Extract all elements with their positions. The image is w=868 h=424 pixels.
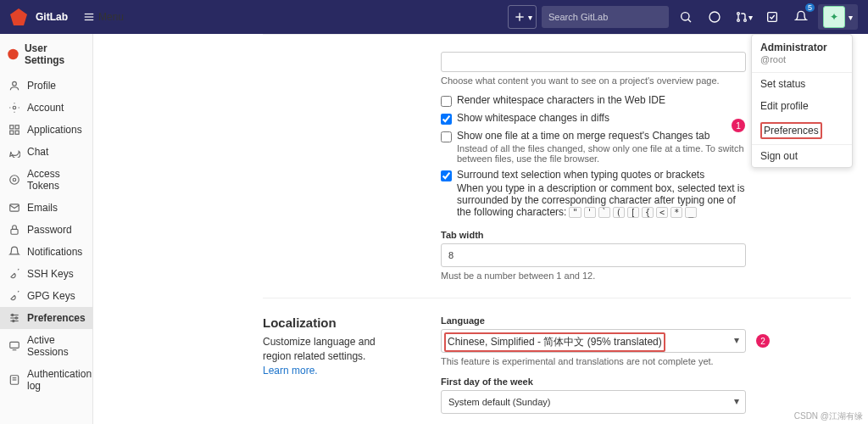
svg-point-13 (13, 81, 17, 86)
svg-rect-17 (10, 131, 14, 134)
svg-rect-18 (15, 131, 19, 134)
sidebar-item-ssh[interactable]: SSH Keys (0, 263, 92, 285)
search-input[interactable] (542, 6, 669, 28)
sidebar-item-profile[interactable]: Profile (0, 75, 92, 97)
sidebar-item-notifications[interactable]: Notifications (0, 241, 92, 263)
menu-preferences[interactable]: Preferences 1 (752, 117, 852, 144)
sidebar-item-chat[interactable]: Chat (0, 141, 92, 163)
sidebar-item-sessions[interactable]: Active Sessions (0, 329, 92, 363)
sidebar-header: User Settings (0, 34, 92, 75)
annotation-1: 1 (732, 119, 745, 132)
plus-icon[interactable]: ▾ (508, 5, 537, 29)
localization-title: Localization (263, 315, 390, 330)
tab-width-label: Tab width (441, 230, 746, 240)
sidebar-item-gpg[interactable]: GPG Keys (0, 285, 92, 307)
svg-point-5 (682, 13, 689, 20)
svg-point-14 (13, 106, 16, 109)
menu-username: Administrator (760, 42, 843, 53)
annotation-2: 2 (756, 334, 770, 348)
svg-point-7 (709, 12, 720, 22)
svg-rect-15 (10, 126, 14, 129)
language-highlight: Chinese, Simplified - 简体中文 (95% translat… (444, 332, 665, 352)
overview-help: Choose what content you want to see on a… (441, 75, 746, 86)
tab-width-input[interactable] (441, 243, 746, 267)
sidebar-item-authlog[interactable]: Authentication log (0, 363, 92, 397)
svg-point-9 (737, 20, 739, 22)
sidebar-item-password[interactable]: Password (0, 219, 92, 241)
sidebar-item-applications[interactable]: Applications (0, 119, 92, 141)
tab-width-help: Must be a number between 1 and 12. (441, 271, 746, 281)
svg-rect-11 (768, 13, 777, 22)
main-content: Administrator@root Set status Edit profi… (93, 34, 868, 424)
fdow-label: First day of the week (441, 377, 746, 387)
sidebar: User Settings Profile Account Applicatio… (0, 34, 93, 424)
svg-point-12 (8, 49, 18, 59)
svg-point-10 (743, 20, 746, 22)
sidebar-item-preferences[interactable]: Preferences (0, 307, 92, 329)
language-help: This feature is experimental and transla… (441, 356, 746, 366)
sidebar-item-tokens[interactable]: Access Tokens (0, 163, 92, 197)
merge-requests-icon[interactable]: ▾ (732, 5, 755, 29)
svg-rect-16 (15, 126, 19, 129)
todos-icon[interactable] (760, 5, 784, 29)
overview-select[interactable] (441, 52, 746, 72)
menu-set-status[interactable]: Set status (752, 73, 852, 95)
language-label: Language (441, 315, 746, 326)
chk-one-file[interactable]: Show one file at a time on merge request… (441, 130, 746, 164)
localization-desc: Customize language and region related se… (263, 335, 390, 377)
sidebar-item-account[interactable]: Account (0, 97, 92, 119)
svg-point-8 (737, 13, 739, 15)
svg-rect-29 (10, 342, 19, 348)
svg-point-19 (10, 176, 19, 185)
svg-point-20 (13, 178, 16, 181)
watermark: CSDN @江湖有缘 (794, 410, 863, 422)
notifications-icon[interactable]: 5 (789, 5, 813, 29)
brand-name: GitLab (36, 11, 68, 23)
issues-icon[interactable] (703, 5, 726, 29)
menu-handle: @root (760, 54, 786, 64)
localization-learn-more[interactable]: Learn more. (263, 365, 318, 377)
search-icon[interactable] (674, 5, 698, 29)
user-dropdown: Administrator@root Set status Edit profi… (751, 34, 853, 168)
sidebar-item-emails[interactable]: Emails (0, 197, 92, 219)
svg-line-6 (688, 20, 691, 22)
chk-render-ws[interactable]: Render whitespace characters in the Web … (441, 94, 746, 107)
chk-surround[interactable]: Surround text selection when typing quot… (441, 169, 746, 218)
svg-rect-22 (11, 229, 18, 234)
gitlab-logo[interactable] (10, 8, 27, 25)
menu-edit-profile[interactable]: Edit profile (752, 95, 852, 117)
menu-sign-out[interactable]: Sign out (752, 145, 852, 167)
main-menu[interactable]: Menu (76, 8, 131, 26)
fdow-select[interactable]: System default (Sunday) (441, 390, 746, 414)
chk-show-ws[interactable]: Show whitespace changes in diffs (441, 112, 746, 125)
user-avatar[interactable]: ✦▾ (818, 4, 858, 30)
